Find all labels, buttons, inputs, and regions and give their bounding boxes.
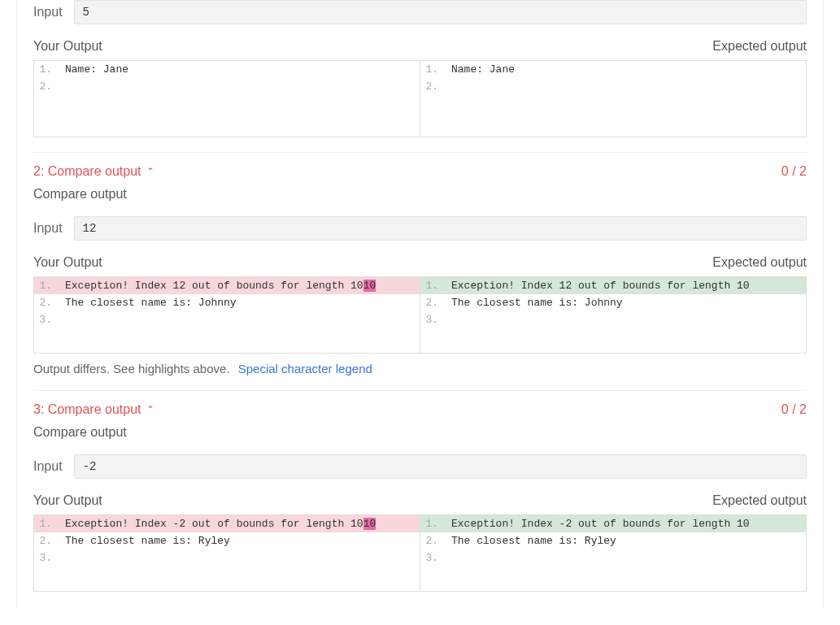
test1-output-grid: 1.Name: Jane 2. 1.Name: Jane 2.: [33, 60, 807, 137]
table-row: 3.: [34, 549, 420, 566]
expected-output-label: Expected output: [712, 493, 807, 508]
test2-input-row: Input 12: [33, 216, 807, 241]
test1-expected-output: 1.Name: Jane 2.: [420, 61, 806, 137]
test2-subtitle: Compare output: [33, 187, 807, 202]
test2-score: 0 / 2: [781, 164, 807, 179]
table-row: 3.: [420, 311, 806, 328]
table-row: 1.Exception! Index 12 out of bounds for …: [420, 277, 806, 294]
test2-toggle[interactable]: 2: Compare output ⌃: [33, 164, 155, 179]
test1-input-value: 5: [74, 0, 807, 24]
test2-input-value: 12: [74, 216, 807, 241]
test2-section: 2: Compare output ⌃ 0 / 2 Compare output…: [33, 152, 807, 375]
test1-your-output: 1.Name: Jane 2.: [34, 61, 420, 137]
test3-title: 3: Compare output: [33, 402, 141, 417]
test3-io-header: Your Output Expected output: [33, 493, 807, 508]
expected-output-label: Expected output: [712, 39, 807, 54]
test3-your-output: 1.Exception! Index -2 out of bounds for …: [34, 515, 420, 591]
results-panel: Input 5 Your Output Expected output 1.Na…: [16, 0, 824, 608]
table-row: 1.Name: Jane: [34, 61, 420, 78]
input-label: Input: [33, 0, 74, 24]
your-output-label: Your Output: [33, 39, 102, 54]
test2-your-output: 1.Exception! Index 12 out of bounds for …: [34, 277, 420, 353]
chevron-up-icon: ⌃: [146, 166, 155, 177]
input-label: Input: [33, 216, 74, 241]
table-row: 2.The closest name is: Johnny: [420, 294, 806, 311]
test2-output-grid: 1.Exception! Index 12 out of bounds for …: [33, 276, 807, 354]
table-row: 1.Exception! Index -2 out of bounds for …: [34, 515, 420, 532]
table-row: 2.: [34, 78, 420, 95]
test3-input-row: Input -2: [33, 454, 807, 479]
your-output-label: Your Output: [33, 255, 102, 270]
table-row: 1.Exception! Index -2 out of bounds for …: [420, 515, 806, 532]
test3-toggle[interactable]: 3: Compare output ⌃: [33, 402, 155, 417]
input-label: Input: [33, 454, 74, 479]
test1-io-header: Your Output Expected output: [33, 39, 807, 54]
test3-subtitle: Compare output: [33, 425, 807, 440]
table-row: 2.The closest name is: Ryley: [420, 532, 806, 549]
table-row: 1.Exception! Index 12 out of bounds for …: [34, 277, 420, 294]
test2-io-header: Your Output Expected output: [33, 255, 807, 270]
test2-header: 2: Compare output ⌃ 0 / 2: [33, 164, 807, 179]
diff-highlight: 10: [363, 518, 376, 530]
test2-diff-note: Output differs. See highlights above. Sp…: [33, 362, 807, 375]
test3-score: 0 / 2: [781, 402, 807, 417]
diff-highlight: 10: [363, 280, 376, 292]
diff-message: Output differs. See highlights above.: [33, 362, 230, 375]
test3-expected-output: 1.Exception! Index -2 out of bounds for …: [420, 515, 806, 591]
test3-section: 3: Compare output ⌃ 0 / 2 Compare output…: [33, 390, 807, 592]
test2-title: 2: Compare output: [33, 164, 141, 179]
test1-input-row: Input 5: [33, 0, 807, 24]
test3-header: 3: Compare output ⌃ 0 / 2: [33, 402, 807, 417]
test2-expected-output: 1.Exception! Index 12 out of bounds for …: [420, 277, 806, 353]
table-row: 2.: [420, 78, 806, 95]
table-row: 2.The closest name is: Ryley: [34, 532, 420, 549]
test3-output-grid: 1.Exception! Index -2 out of bounds for …: [33, 514, 807, 592]
special-char-legend-link[interactable]: Special character legend: [238, 362, 372, 375]
expected-output-label: Expected output: [712, 255, 807, 270]
table-row: 3.: [34, 311, 420, 328]
table-row: 3.: [420, 549, 806, 566]
table-row: 2.The closest name is: Johnny: [34, 294, 420, 311]
your-output-label: Your Output: [33, 493, 102, 508]
table-row: 1.Name: Jane: [420, 61, 806, 78]
chevron-up-icon: ⌃: [146, 404, 155, 415]
test3-input-value: -2: [74, 454, 807, 479]
